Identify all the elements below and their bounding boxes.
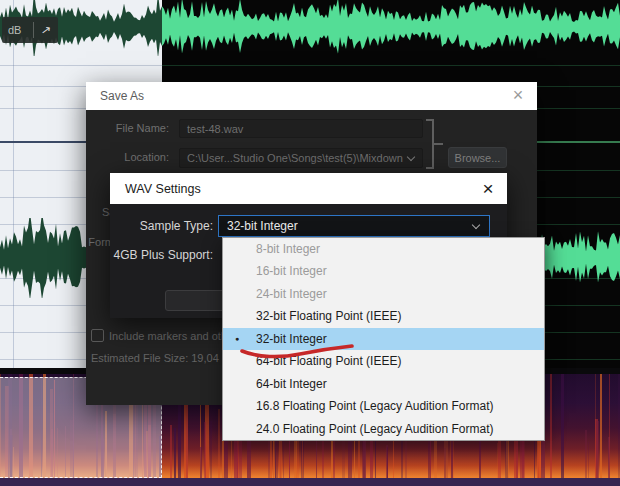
include-markers-checkbox[interactable] <box>91 329 104 342</box>
file-name-input[interactable]: test-48.wav <box>179 119 423 138</box>
wav-settings-close-icon[interactable]: × <box>475 176 501 201</box>
dropdown-item-label: 24-bit Integer <box>256 287 327 301</box>
save-as-title: Save As <box>100 89 144 103</box>
sample-type-dropdown-list: 8-bit Integer16-bit Integer24-bit Intege… <box>222 237 545 441</box>
chevron-down-icon <box>472 221 480 229</box>
spectrogram-streak <box>247 436 251 478</box>
file-name-value: test-48.wav <box>187 123 243 135</box>
save-as-close-icon[interactable]: × <box>507 84 529 106</box>
spectrogram-streak <box>200 447 202 478</box>
fields-bracket <box>426 119 434 169</box>
spectrogram-streak <box>561 374 564 478</box>
dropdown-item-64-bit-integer[interactable]: 64-bit Integer <box>223 373 544 395</box>
sample-type-value: 32-bit Integer <box>227 219 298 233</box>
dropdown-item-label: 32-bit Floating Point (IEEE) <box>256 309 401 323</box>
spectrogram-bottom-band <box>0 478 620 486</box>
spectrogram-streak <box>170 425 172 478</box>
dropdown-item-label: 64-bit Integer <box>256 377 327 391</box>
estimated-file-size: Estimated File Size: 19,04 <box>91 352 219 364</box>
sample-type-label: Sample Type: <box>140 219 213 233</box>
location-label: Location: <box>124 151 169 163</box>
dropdown-item-label: 32-bit Integer <box>256 332 327 346</box>
cursor-arrow-icon: ↗ <box>41 22 53 37</box>
file-name-label: File Name: <box>116 122 169 134</box>
dropdown-item-64-bit-floating-point-ieee-[interactable]: 64-bit Floating Point (IEEE) <box>223 350 544 372</box>
dropdown-item-32-bit-floating-point-ieee-[interactable]: 32-bit Floating Point (IEEE) <box>223 305 544 327</box>
spectrogram-streak <box>550 374 552 478</box>
db-label: dB <box>2 24 21 36</box>
spectrogram-streak <box>204 422 206 478</box>
dropdown-item-24-bit-integer[interactable]: 24-bit Integer <box>223 283 544 305</box>
location-value: C:\User...Studio One\Songs\test(5)\Mixdo… <box>187 152 403 164</box>
spectrogram-streak <box>600 374 602 478</box>
fields-bracket-tick <box>434 143 443 145</box>
dropdown-item-label: 8-bit Integer <box>256 242 320 256</box>
spectrogram-streak <box>609 374 610 478</box>
spectrogram-streak <box>174 428 176 478</box>
dropdown-item-label: 24.0 Floating Point (Legacy Audition For… <box>256 422 493 436</box>
db-hud-overlay[interactable]: dB ↗ <box>2 17 58 43</box>
sample-type-combobox[interactable]: 32-bit Integer <box>218 215 490 237</box>
dropdown-item-label: 16-bit Integer <box>256 264 327 278</box>
dropdown-item-label: 64-bit Floating Point (IEEE) <box>256 354 401 368</box>
dropdown-item-32-bit-integer[interactable]: ●32-bit Integer <box>223 328 544 350</box>
dropdown-item-8-bit-integer[interactable]: 8-bit Integer <box>223 238 544 260</box>
chevron-down-icon <box>407 153 415 161</box>
hud-divider <box>33 22 34 38</box>
spectrogram-streak <box>387 447 388 478</box>
spectrogram-streak <box>444 448 446 478</box>
spectrogram-streak <box>585 430 587 478</box>
browse-button-label: Browse... <box>455 152 501 164</box>
save-as-titlebar[interactable]: Save As × <box>86 82 537 110</box>
dropdown-item-24.0-floating-point-legacy-audition-format-[interactable]: 24.0 Floating Point (Legacy Audition For… <box>223 418 544 440</box>
4gb-plus-support-label: 4GB Plus Support: <box>114 248 213 262</box>
location-dropdown[interactable]: C:\User...Studio One\Songs\test(5)\Mixdo… <box>179 148 423 168</box>
spectrogram-streak <box>218 409 220 478</box>
dropdown-item-16-bit-integer[interactable]: 16-bit Integer <box>223 260 544 282</box>
browse-button[interactable]: Browse... <box>448 147 507 168</box>
wav-settings-titlebar[interactable]: WAV Settings × <box>110 173 507 204</box>
spectrogram-streak <box>596 421 599 478</box>
audition-app-window: dB ↗ Save As × File Name: test-48.wav Lo… <box>0 0 620 486</box>
selected-bullet-icon: ● <box>235 328 239 350</box>
wav-settings-title: WAV Settings <box>125 182 201 196</box>
dropdown-item-16.8-floating-point-legacy-audition-format-[interactable]: 16.8 Floating Point (Legacy Audition For… <box>223 395 544 417</box>
spectrogram-streak <box>210 421 212 478</box>
dropdown-item-label: 16.8 Floating Point (Legacy Audition For… <box>256 399 493 413</box>
spectrogram-streak <box>588 442 589 478</box>
